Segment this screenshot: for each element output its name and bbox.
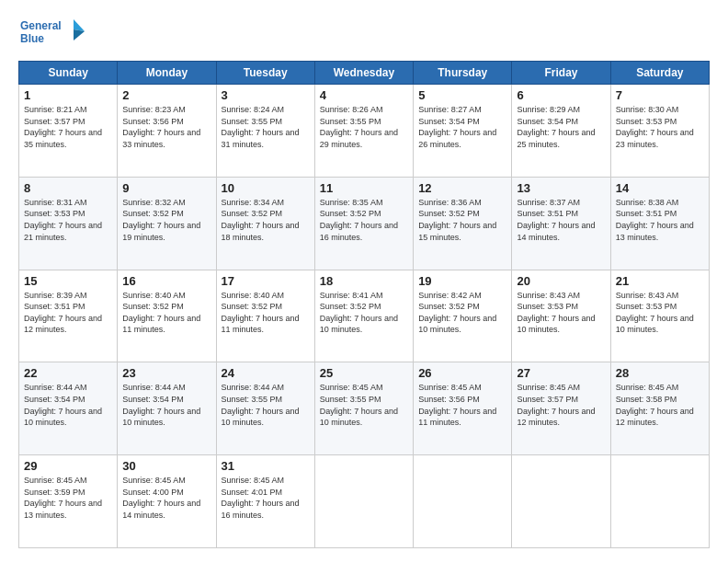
calendar-cell: 9 Sunrise: 8:32 AMSunset: 3:52 PMDayligh…: [118, 177, 216, 270]
calendar-cell: 29 Sunrise: 8:45 AMSunset: 3:59 PMDaylig…: [19, 455, 118, 548]
cell-info: Sunrise: 8:40 AMSunset: 3:52 PMDaylight:…: [222, 291, 300, 335]
day-number: 18: [320, 274, 408, 288]
calendar-cell: 31 Sunrise: 8:45 AMSunset: 4:01 PMDaylig…: [216, 455, 314, 548]
day-number: 16: [122, 274, 210, 288]
day-number: 23: [122, 366, 210, 380]
day-number: 19: [418, 274, 506, 288]
calendar-cell: 5 Sunrise: 8:27 AMSunset: 3:54 PMDayligh…: [414, 85, 512, 178]
day-header-wednesday: Wednesday: [314, 62, 413, 85]
calendar-cell: 15 Sunrise: 8:39 AMSunset: 3:51 PMDaylig…: [19, 270, 118, 362]
cell-info: Sunrise: 8:32 AMSunset: 3:52 PMDaylight:…: [122, 198, 200, 242]
cell-info: Sunrise: 8:29 AMSunset: 3:54 PMDaylight:…: [517, 105, 595, 149]
cell-info: Sunrise: 8:44 AMSunset: 3:55 PMDaylight:…: [222, 383, 300, 427]
logo: General Blue: [18, 15, 85, 52]
calendar-cell: 10 Sunrise: 8:34 AMSunset: 3:52 PMDaylig…: [216, 177, 314, 270]
calendar-cell: [512, 455, 610, 548]
calendar-week-3: 15 Sunrise: 8:39 AMSunset: 3:51 PMDaylig…: [19, 270, 710, 362]
calendar-header-row: SundayMondayTuesdayWednesdayThursdayFrid…: [19, 62, 710, 85]
day-number: 31: [222, 459, 310, 473]
page: General Blue SundayMondayTuesdayWednesda…: [0, 0, 728, 563]
calendar-cell: 3 Sunrise: 8:24 AMSunset: 3:55 PMDayligh…: [216, 85, 314, 178]
cell-info: Sunrise: 8:43 AMSunset: 3:53 PMDaylight:…: [517, 291, 595, 335]
cell-info: Sunrise: 8:45 AMSunset: 3:55 PMDaylight:…: [320, 383, 398, 427]
day-number: 1: [24, 88, 112, 102]
day-number: 7: [616, 88, 704, 102]
cell-info: Sunrise: 8:21 AMSunset: 3:57 PMDaylight:…: [24, 105, 102, 149]
cell-info: Sunrise: 8:42 AMSunset: 3:52 PMDaylight:…: [418, 291, 496, 335]
calendar-cell: 6 Sunrise: 8:29 AMSunset: 3:54 PMDayligh…: [512, 85, 610, 178]
cell-info: Sunrise: 8:30 AMSunset: 3:53 PMDaylight:…: [616, 105, 694, 149]
day-number: 11: [320, 181, 408, 195]
day-number: 15: [24, 274, 112, 288]
day-number: 28: [616, 366, 704, 380]
calendar-cell: 25 Sunrise: 8:45 AMSunset: 3:55 PMDaylig…: [314, 362, 413, 455]
day-number: 2: [122, 88, 210, 102]
day-number: 20: [517, 274, 605, 288]
calendar-cell: [314, 455, 413, 548]
cell-info: Sunrise: 8:45 AMSunset: 3:57 PMDaylight:…: [517, 383, 595, 427]
logo-svg: General Blue: [18, 15, 85, 52]
calendar-cell: 30 Sunrise: 8:45 AMSunset: 4:00 PMDaylig…: [118, 455, 216, 548]
day-number: 12: [418, 181, 506, 195]
calendar-cell: 27 Sunrise: 8:45 AMSunset: 3:57 PMDaylig…: [512, 362, 610, 455]
day-number: 6: [517, 88, 605, 102]
day-header-thursday: Thursday: [414, 62, 512, 85]
cell-info: Sunrise: 8:38 AMSunset: 3:51 PMDaylight:…: [616, 198, 694, 242]
day-header-saturday: Saturday: [610, 62, 709, 85]
calendar-cell: 11 Sunrise: 8:35 AMSunset: 3:52 PMDaylig…: [314, 177, 413, 270]
day-number: 26: [418, 366, 506, 380]
cell-info: Sunrise: 8:31 AMSunset: 3:53 PMDaylight:…: [24, 198, 102, 242]
cell-info: Sunrise: 8:44 AMSunset: 3:54 PMDaylight:…: [24, 383, 102, 427]
calendar-cell: 21 Sunrise: 8:43 AMSunset: 3:53 PMDaylig…: [610, 270, 709, 362]
day-number: 24: [222, 366, 310, 380]
day-number: 5: [418, 88, 506, 102]
day-number: 29: [24, 459, 112, 473]
calendar-cell: 18 Sunrise: 8:41 AMSunset: 3:52 PMDaylig…: [314, 270, 413, 362]
cell-info: Sunrise: 8:23 AMSunset: 3:56 PMDaylight:…: [122, 105, 200, 149]
cell-info: Sunrise: 8:39 AMSunset: 3:51 PMDaylight:…: [24, 291, 102, 335]
day-number: 13: [517, 181, 605, 195]
cell-info: Sunrise: 8:40 AMSunset: 3:52 PMDaylight:…: [122, 291, 200, 335]
calendar-cell: 26 Sunrise: 8:45 AMSunset: 3:56 PMDaylig…: [414, 362, 512, 455]
calendar-cell: 20 Sunrise: 8:43 AMSunset: 3:53 PMDaylig…: [512, 270, 610, 362]
cell-info: Sunrise: 8:45 AMSunset: 4:01 PMDaylight:…: [222, 476, 300, 520]
cell-info: Sunrise: 8:36 AMSunset: 3:52 PMDaylight:…: [418, 198, 496, 242]
calendar-week-2: 8 Sunrise: 8:31 AMSunset: 3:53 PMDayligh…: [19, 177, 710, 270]
calendar-week-5: 29 Sunrise: 8:45 AMSunset: 3:59 PMDaylig…: [19, 455, 710, 548]
cell-info: Sunrise: 8:45 AMSunset: 4:00 PMDaylight:…: [122, 476, 200, 520]
calendar-week-4: 22 Sunrise: 8:44 AMSunset: 3:54 PMDaylig…: [19, 362, 710, 455]
day-number: 14: [616, 181, 704, 195]
cell-info: Sunrise: 8:45 AMSunset: 3:58 PMDaylight:…: [616, 383, 694, 427]
calendar-cell: 2 Sunrise: 8:23 AMSunset: 3:56 PMDayligh…: [118, 85, 216, 178]
calendar-cell: 22 Sunrise: 8:44 AMSunset: 3:54 PMDaylig…: [19, 362, 118, 455]
cell-info: Sunrise: 8:44 AMSunset: 3:54 PMDaylight:…: [122, 383, 200, 427]
calendar-week-1: 1 Sunrise: 8:21 AMSunset: 3:57 PMDayligh…: [19, 85, 710, 178]
cell-info: Sunrise: 8:45 AMSunset: 3:59 PMDaylight:…: [24, 476, 102, 520]
calendar-cell: 16 Sunrise: 8:40 AMSunset: 3:52 PMDaylig…: [118, 270, 216, 362]
day-header-tuesday: Tuesday: [216, 62, 314, 85]
day-number: 4: [320, 88, 408, 102]
calendar-cell: 19 Sunrise: 8:42 AMSunset: 3:52 PMDaylig…: [414, 270, 512, 362]
day-number: 9: [122, 181, 210, 195]
cell-info: Sunrise: 8:34 AMSunset: 3:52 PMDaylight:…: [222, 198, 300, 242]
day-number: 8: [24, 181, 112, 195]
cell-info: Sunrise: 8:27 AMSunset: 3:54 PMDaylight:…: [418, 105, 496, 149]
day-header-friday: Friday: [512, 62, 610, 85]
calendar-cell: 23 Sunrise: 8:44 AMSunset: 3:54 PMDaylig…: [118, 362, 216, 455]
day-number: 30: [122, 459, 210, 473]
day-number: 17: [222, 274, 310, 288]
cell-info: Sunrise: 8:24 AMSunset: 3:55 PMDaylight:…: [222, 105, 300, 149]
calendar-cell: 28 Sunrise: 8:45 AMSunset: 3:58 PMDaylig…: [610, 362, 709, 455]
cell-info: Sunrise: 8:26 AMSunset: 3:55 PMDaylight:…: [320, 105, 398, 149]
calendar-cell: 24 Sunrise: 8:44 AMSunset: 3:55 PMDaylig…: [216, 362, 314, 455]
header: General Blue: [18, 15, 710, 52]
cell-info: Sunrise: 8:41 AMSunset: 3:52 PMDaylight:…: [320, 291, 398, 335]
calendar-cell: 14 Sunrise: 8:38 AMSunset: 3:51 PMDaylig…: [610, 177, 709, 270]
cell-info: Sunrise: 8:35 AMSunset: 3:52 PMDaylight:…: [320, 198, 398, 242]
day-number: 25: [320, 366, 408, 380]
svg-marker-3: [74, 29, 85, 40]
svg-marker-2: [74, 19, 85, 31]
svg-text:General: General: [20, 19, 62, 32]
calendar-cell: 7 Sunrise: 8:30 AMSunset: 3:53 PMDayligh…: [610, 85, 709, 178]
day-number: 27: [517, 366, 605, 380]
